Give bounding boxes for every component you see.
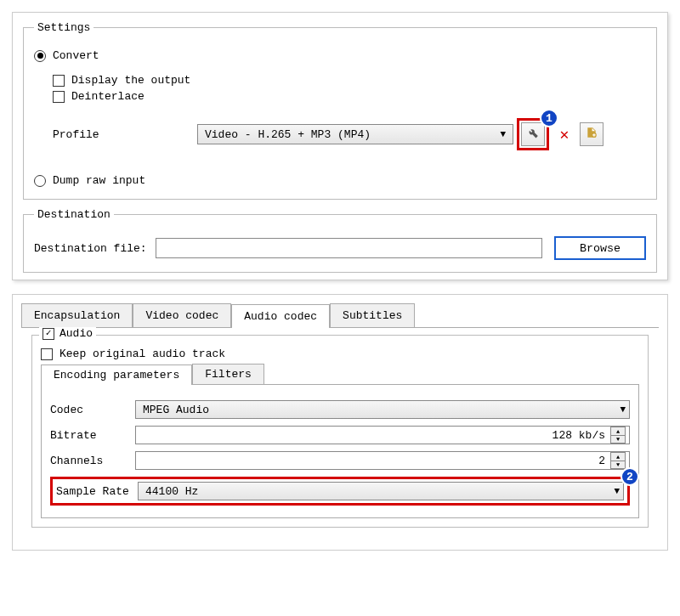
bitrate-spinbox[interactable]: 128 kb/s ▲ ▼ xyxy=(135,426,630,444)
chevron-down-icon: ▼ xyxy=(620,404,626,415)
new-file-icon xyxy=(586,127,598,142)
sample-rate-dropdown[interactable]: 44100 Hz ▼ xyxy=(138,482,624,500)
channels-spinbox[interactable]: 2 ▲ ▼ xyxy=(135,451,630,470)
deinterlace-label: Deinterlace xyxy=(71,90,144,103)
channels-value: 2 xyxy=(143,455,610,467)
channels-spinner[interactable]: ▲ ▼ xyxy=(610,452,626,469)
new-profile-button[interactable] xyxy=(580,122,604,146)
browse-button[interactable]: Browse xyxy=(554,236,646,260)
tab-subtitles[interactable]: Subtitles xyxy=(330,303,415,327)
encoding-parameters-pane: Codec MPEG Audio ▼ Bitrate 128 kb/s ▲ ▼ … xyxy=(41,385,639,518)
tab-encapsulation[interactable]: Encapsulation xyxy=(21,303,133,327)
close-icon: ✕ xyxy=(560,125,570,144)
profile-value: Video - H.265 + MP3 (MP4) xyxy=(205,128,495,141)
display-output-checkbox[interactable] xyxy=(53,75,65,87)
profile-label: Profile xyxy=(53,128,197,141)
deinterlace-checkbox[interactable] xyxy=(53,91,65,103)
destination-group: Destination Destination file: Browse xyxy=(23,208,657,273)
sample-rate-highlight: 2 Sample Rate 44100 Hz ▼ xyxy=(50,477,630,506)
callout-1: 1 xyxy=(540,109,558,127)
chevron-up-icon[interactable]: ▲ xyxy=(610,452,626,461)
main-tabs: Encapsulation Video codec Audio codec Su… xyxy=(21,303,659,328)
profile-edit-panel: Encapsulation Video codec Audio codec Su… xyxy=(12,294,668,551)
convert-label: Convert xyxy=(53,49,99,62)
keep-original-checkbox[interactable] xyxy=(41,348,53,360)
settings-legend: Settings xyxy=(34,21,94,34)
edit-profile-button[interactable] xyxy=(521,122,545,146)
codec-dropdown[interactable]: MPEG Audio ▼ xyxy=(135,400,630,419)
callout-2: 2 xyxy=(620,467,639,486)
audio-subtabs: Encoding parameters Filters xyxy=(41,364,639,385)
tab-audio-codec[interactable]: Audio codec xyxy=(231,304,330,328)
bitrate-label: Bitrate xyxy=(50,429,135,442)
sample-rate-label: Sample Rate xyxy=(56,485,138,498)
sample-rate-value: 44100 Hz xyxy=(145,485,614,498)
destination-file-label: Destination file: xyxy=(34,242,147,255)
bitrate-spinner[interactable]: ▲ ▼ xyxy=(610,427,626,444)
convert-radio[interactable] xyxy=(34,50,46,62)
settings-group: Settings Convert Display the output Dein… xyxy=(23,21,657,200)
dump-raw-label: Dump raw input xyxy=(53,174,145,187)
audio-enable-checkbox[interactable] xyxy=(42,328,54,340)
display-output-label: Display the output xyxy=(71,74,190,87)
subtab-filters[interactable]: Filters xyxy=(192,364,264,384)
chevron-down-icon: ▼ xyxy=(495,129,511,139)
channels-label: Channels xyxy=(50,455,135,467)
chevron-down-icon[interactable]: ▼ xyxy=(610,435,626,444)
chevron-down-icon: ▼ xyxy=(614,486,620,496)
keep-original-label: Keep original audio track xyxy=(60,348,225,360)
bitrate-value: 128 kb/s xyxy=(143,429,610,442)
convert-settings-panel: Settings Convert Display the output Dein… xyxy=(12,12,668,280)
audio-group: Audio Keep original audio track Encoding… xyxy=(31,335,649,528)
codec-label: Codec xyxy=(50,404,135,416)
delete-profile-button[interactable]: ✕ xyxy=(554,122,575,146)
subtab-encoding-parameters[interactable]: Encoding parameters xyxy=(41,365,192,385)
codec-value: MPEG Audio xyxy=(143,404,620,416)
edit-profile-highlight: 1 xyxy=(517,118,549,150)
wrench-icon xyxy=(527,127,539,142)
destination-file-input[interactable] xyxy=(156,238,542,258)
audio-group-label: Audio xyxy=(60,327,93,340)
chevron-down-icon[interactable]: ▼ xyxy=(610,461,626,469)
dump-raw-radio[interactable] xyxy=(34,175,46,187)
profile-dropdown[interactable]: Video - H.265 + MP3 (MP4) ▼ xyxy=(197,124,513,144)
tab-video-codec[interactable]: Video codec xyxy=(133,303,231,327)
chevron-up-icon[interactable]: ▲ xyxy=(610,427,626,435)
destination-legend: Destination xyxy=(34,208,114,221)
